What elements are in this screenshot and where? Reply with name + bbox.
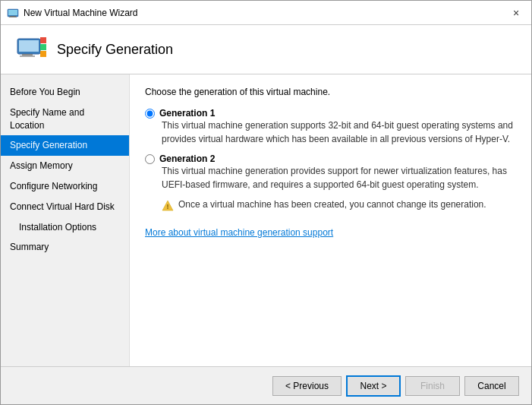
content-description: Choose the generation of this virtual ma… (145, 87, 516, 97)
link-area: More about virtual machine generation su… (145, 227, 516, 238)
sidebar-item-assign-memory[interactable]: Assign Memory (1, 156, 129, 176)
close-button[interactable]: × (507, 4, 525, 22)
svg-rect-2 (10, 16, 16, 17)
wizard-window: New Virtual Machine Wizard × Specify Gen… (0, 0, 532, 405)
cancel-button[interactable]: Cancel (464, 376, 519, 396)
generation1-radio[interactable] (145, 109, 155, 119)
svg-rect-7 (20, 55, 35, 57)
svg-rect-5 (19, 40, 39, 52)
generation2-radio[interactable] (145, 154, 155, 164)
sidebar-item-before-you-begin[interactable]: Before You Begin (1, 82, 129, 103)
title-bar: New Virtual Machine Wizard × (1, 1, 531, 25)
generation-support-link[interactable]: More about virtual machine generation su… (145, 227, 333, 238)
title-bar-text: New Virtual Machine Wizard (24, 8, 507, 18)
warning-text: Once a virtual machine has been created,… (178, 199, 486, 210)
svg-rect-6 (22, 54, 33, 55)
sidebar: Before You Begin Specify Name and Locati… (1, 74, 130, 366)
finish-button[interactable]: Finish (405, 376, 460, 396)
warning-icon: ! (162, 200, 174, 212)
main-content: Before You Begin Specify Name and Locati… (1, 74, 531, 366)
footer: < Previous Next > Finish Cancel (1, 366, 531, 404)
generation1-description: This virtual machine generation supports… (162, 119, 516, 146)
sidebar-item-configure-networking[interactable]: Configure Networking (1, 176, 129, 197)
header-section: Specify Generation (1, 25, 531, 74)
svg-rect-9 (40, 44, 46, 50)
previous-button[interactable]: < Previous (272, 376, 342, 396)
svg-rect-10 (40, 51, 46, 57)
header-icon (16, 37, 46, 62)
generation1-option: Generation 1 This virtual machine genera… (145, 108, 516, 146)
next-button[interactable]: Next > (346, 375, 401, 397)
svg-text:!: ! (167, 203, 169, 210)
sidebar-item-installation-options[interactable]: Installation Options (1, 217, 129, 238)
content-area: Choose the generation of this virtual ma… (130, 74, 531, 366)
generation1-label[interactable]: Generation 1 (145, 108, 516, 119)
svg-rect-1 (8, 10, 17, 15)
sidebar-item-summary[interactable]: Summary (1, 237, 129, 258)
svg-rect-8 (40, 37, 46, 43)
generation2-option: Generation 2 This virtual machine genera… (145, 153, 516, 212)
sidebar-item-specify-name-location[interactable]: Specify Name and Location (1, 103, 129, 136)
sidebar-item-specify-generation[interactable]: Specify Generation (1, 135, 129, 156)
generation2-description: This virtual machine generation provides… (162, 164, 516, 191)
window-icon (7, 7, 19, 19)
warning-box: ! Once a virtual machine has been create… (162, 199, 516, 212)
sidebar-item-connect-virtual-hard-disk[interactable]: Connect Virtual Hard Disk (1, 197, 129, 217)
generation2-label[interactable]: Generation 2 (145, 153, 516, 164)
svg-rect-3 (9, 17, 17, 17)
page-title: Specify Generation (57, 42, 173, 58)
